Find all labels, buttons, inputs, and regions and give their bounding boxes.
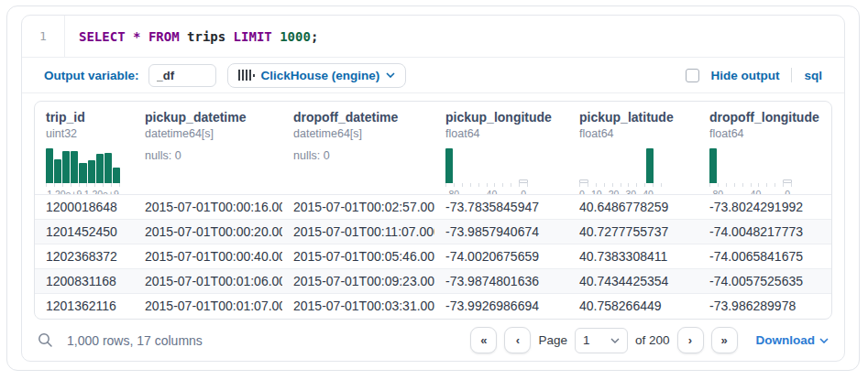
cell: -73.9857940674 xyxy=(434,220,568,244)
column-name[interactable]: pickup_longitude xyxy=(445,110,568,125)
cell-options-bar: Output variable: ClickHouse (engine) Hid… xyxy=(22,58,844,92)
histogram-pickup-longitude: -80-400 xyxy=(445,148,528,194)
cell: -73.9926986694 xyxy=(434,294,568,319)
cell: -74.0057525635 xyxy=(698,269,830,293)
next-page-button[interactable]: › xyxy=(677,327,704,353)
cell: -73.986289978 xyxy=(698,294,830,319)
engine-selector[interactable]: ClickHouse (engine) xyxy=(227,63,407,88)
download-label: Download xyxy=(756,333,816,347)
column-name[interactable]: pickup_latitude xyxy=(579,110,698,125)
previous-page-button[interactable]: ‹ xyxy=(504,327,531,353)
column-nulls: nulls: 0 xyxy=(145,149,282,162)
code-editor: 1 SELECT * FROM trips LIMIT 1000; xyxy=(22,16,844,57)
column-name[interactable]: pickup_datetime xyxy=(145,110,282,125)
sql-cell: 1 SELECT * FROM trips LIMIT 1000; Output… xyxy=(21,15,845,362)
table-row: 1201452450 2015-07-01T00:00:20.000 2015-… xyxy=(35,220,831,244)
histogram-pickup-latitude: 010203040 xyxy=(579,148,662,194)
cell: 2015-07-01T00:05:46.000 xyxy=(282,244,434,268)
cell: 1200018648 xyxy=(35,195,134,219)
cell: 40.758266449 xyxy=(568,294,698,319)
divider xyxy=(791,68,792,82)
chevron-down-icon xyxy=(386,72,395,78)
page-label: Page xyxy=(538,333,567,347)
cell: 2015-07-01T00:00:16.000 xyxy=(134,195,282,219)
sql-token: * xyxy=(133,29,148,44)
column-type: float64 xyxy=(709,127,830,140)
chevron-down-icon xyxy=(610,338,620,343)
cell: -74.0020675659 xyxy=(434,244,568,268)
output-variable-input[interactable] xyxy=(148,64,216,87)
table-header-row: trip_id uint32 1.20e+91.20e+9 pickup_dat… xyxy=(35,102,831,195)
chevron-down-icon xyxy=(819,338,829,343)
first-page-button[interactable]: « xyxy=(470,327,497,353)
column-name[interactable]: trip_id xyxy=(46,110,134,125)
cell: 2015-07-01T00:01:07.000 xyxy=(134,294,282,319)
cell: 2015-07-01T00:03:31.000 xyxy=(282,294,434,319)
output-variable-label: Output variable: xyxy=(44,69,139,82)
table-row: 1201362116 2015-07-01T00:01:07.000 2015-… xyxy=(35,294,831,319)
column-type: float64 xyxy=(579,127,698,140)
page-select-value: 1 xyxy=(583,333,590,347)
notebook-window: 1 SELECT * FROM trips LIMIT 1000; Output… xyxy=(6,5,860,371)
download-button[interactable]: Download xyxy=(756,333,830,347)
column-header-pickup-latitude: pickup_latitude float64 010203040 xyxy=(568,102,698,194)
column-header-pickup-datetime: pickup_datetime datetime64[s] nulls: 0 xyxy=(134,102,282,194)
column-type: uint32 xyxy=(46,127,134,140)
cell: 1201452450 xyxy=(35,220,134,244)
engine-label: ClickHouse (engine) xyxy=(261,69,380,82)
column-header-dropoff-longitude: dropoff_longitude float64 -80-400 xyxy=(698,102,830,194)
histogram-trip-id: 1.20e+91.20e+9 xyxy=(46,148,120,194)
cell: 2015-07-01T00:11:07.000 xyxy=(282,220,434,244)
column-header-dropoff-datetime: dropoff_datetime datetime64[s] nulls: 0 xyxy=(282,102,434,194)
histogram-dropoff-longitude: -80-400 xyxy=(709,148,792,194)
clickhouse-logo-icon xyxy=(238,70,255,81)
pagination: « ‹ Page 1 of 200 › » xyxy=(470,327,737,353)
sql-token: trips xyxy=(187,29,234,44)
sql-token: SELECT xyxy=(79,29,133,44)
cell: 1201362116 xyxy=(35,294,134,319)
row-count-summary: 1,000 rows, 17 columns xyxy=(67,333,203,348)
cell: 2015-07-01T00:00:20.000 xyxy=(134,220,282,244)
cell: 2015-07-01T00:09:23.000 xyxy=(282,269,434,293)
column-header-pickup-longitude: pickup_longitude float64 -80-400 xyxy=(434,102,568,194)
hide-output-label[interactable]: Hide output xyxy=(711,69,780,82)
cell: 40.6486778259 xyxy=(568,195,698,219)
table-row: 1200018648 2015-07-01T00:00:16.000 2015-… xyxy=(35,195,831,220)
result-table: trip_id uint32 1.20e+91.20e+9 pickup_dat… xyxy=(34,101,832,320)
line-number: 1 xyxy=(22,29,64,43)
hide-output-checkbox[interactable] xyxy=(686,69,699,82)
column-header-trip-id: trip_id uint32 1.20e+91.20e+9 xyxy=(35,102,134,194)
page-select[interactable]: 1 xyxy=(575,328,628,353)
cell: 1200831168 xyxy=(35,269,134,293)
cell: 2015-07-01T00:00:40.000 xyxy=(134,244,282,268)
cell-output: trip_id uint32 1.20e+91.20e+9 pickup_dat… xyxy=(22,93,844,361)
last-page-button[interactable]: » xyxy=(711,327,738,353)
cell: -74.0048217773 xyxy=(698,220,830,244)
table-row: 1202368372 2015-07-01T00:00:40.000 2015-… xyxy=(35,244,831,269)
cell: -74.0065841675 xyxy=(698,244,830,268)
column-type: float64 xyxy=(445,127,568,140)
sql-code-line[interactable]: SELECT * FROM trips LIMIT 1000; xyxy=(64,16,844,57)
sql-token: 1000 xyxy=(280,29,311,44)
column-type: datetime64[s] xyxy=(145,127,282,140)
column-type: datetime64[s] xyxy=(293,127,434,140)
page-total-label: of 200 xyxy=(635,333,670,347)
language-badge[interactable]: sql xyxy=(804,69,822,82)
cell: -73.7835845947 xyxy=(434,195,568,219)
search-icon[interactable] xyxy=(38,332,53,348)
column-name[interactable]: dropoff_datetime xyxy=(293,110,434,125)
cell: -73.8024291992 xyxy=(698,195,830,219)
sql-token: FROM xyxy=(148,29,187,44)
cell: 1202368372 xyxy=(35,244,134,268)
cell: -73.9874801636 xyxy=(434,269,568,293)
column-name[interactable]: dropoff_longitude xyxy=(709,110,830,125)
table-row: 1200831168 2015-07-01T00:01:06.000 2015-… xyxy=(35,269,831,294)
cell: 40.7434425354 xyxy=(568,269,698,293)
sql-token: ; xyxy=(311,29,318,44)
cell: 40.7383308411 xyxy=(568,244,698,268)
table-footer: 1,000 rows, 17 columns « ‹ Page 1 of 200… xyxy=(34,320,832,361)
sql-token: LIMIT xyxy=(234,29,280,44)
cell: 2015-07-01T00:01:06.000 xyxy=(134,269,282,293)
cell: 40.7277755737 xyxy=(568,220,698,244)
column-nulls: nulls: 0 xyxy=(293,149,434,162)
